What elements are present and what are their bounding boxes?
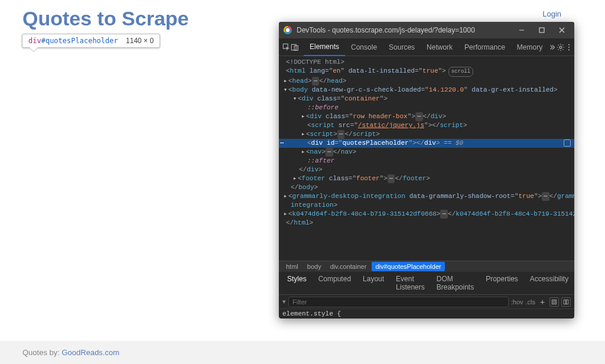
dom-line[interactable]: ▸<grammarly-desktop-integration data-gra… — [279, 192, 574, 210]
hov-toggle[interactable]: :hov — [511, 298, 523, 306]
styles-filter-input[interactable] — [288, 297, 509, 307]
tab-console[interactable]: Console — [345, 39, 383, 56]
tab-elements[interactable]: Elements — [304, 38, 345, 56]
crumb[interactable]: div.container — [327, 262, 370, 271]
expand-arrow-icon[interactable]: ▸ — [300, 112, 306, 121]
collapse-arrow-icon[interactable]: ▾ — [282, 86, 288, 95]
svg-rect-13 — [564, 300, 565, 304]
devtools-toolbar: Elements Console Sources Network Perform… — [279, 38, 574, 56]
dom-line[interactable]: ::before — [279, 103, 574, 112]
toggle-common-rendering-icon[interactable] — [549, 297, 559, 307]
expand-arrow-icon[interactable]: ▸ — [282, 77, 288, 86]
svg-rect-5 — [291, 44, 296, 50]
funnel-icon: ▾ — [282, 298, 286, 306]
crumb[interactable]: body — [304, 262, 325, 271]
inspect-element-icon[interactable] — [282, 40, 291, 54]
collapse-arrow-icon[interactable]: ▾ — [292, 95, 298, 103]
svg-point-9 — [568, 46, 570, 47]
minimize-button[interactable] — [514, 22, 529, 38]
footer-link[interactable]: GoodReads.com — [61, 348, 119, 357]
kebab-menu-icon[interactable] — [565, 40, 573, 54]
svg-point-8 — [568, 44, 570, 45]
crumb[interactable]: html — [282, 262, 302, 271]
tab-performance[interactable]: Performance — [458, 39, 511, 56]
element-style-rule[interactable]: element.style { — [282, 310, 341, 317]
devtools-window: DevTools - quotes.toscrape.com/js-delaye… — [279, 22, 574, 318]
dom-line[interactable]: ::after — [279, 157, 574, 165]
expand-arrow-icon[interactable]: ▸ — [282, 192, 288, 201]
chrome-icon — [284, 26, 292, 34]
svg-point-10 — [568, 49, 570, 50]
dom-line[interactable]: ▸<footer class="footer">⋯</footer> — [279, 174, 574, 183]
tab-sources[interactable]: Sources — [383, 39, 421, 56]
expand-arrow-icon[interactable]: ▸ — [300, 148, 306, 157]
tooltip-dims: 1140 × 0 — [126, 37, 154, 45]
subtab-dom-breakpoints[interactable]: DOM Breakpoints — [431, 272, 480, 294]
device-toolbar-icon[interactable] — [291, 40, 299, 54]
dom-line[interactable]: <html lang="en" data-lt-installed="true"… — [279, 67, 574, 77]
styles-tabs: Styles Computed Layout Event Listeners D… — [279, 272, 574, 295]
dom-line[interactable]: ▸<k0474d64f-b2f8-48c4-b719-315142df0668>… — [279, 210, 574, 219]
svg-rect-11 — [552, 300, 557, 304]
subtab-event-listeners[interactable]: Event Listeners — [390, 272, 431, 294]
page-title: Quotes to Scrape — [22, 7, 189, 30]
svg-rect-14 — [567, 300, 568, 304]
new-style-rule-icon[interactable]: + — [538, 297, 547, 307]
subtab-properties[interactable]: Properties — [480, 272, 524, 294]
dom-line[interactable]: </html> — [279, 219, 574, 228]
crumb-active[interactable]: div#quotesPlaceholder — [372, 262, 444, 271]
subtab-accessibility[interactable]: Accessibility — [524, 272, 574, 294]
tab-network[interactable]: Network — [421, 39, 458, 56]
dom-line[interactable]: ▸<script>⋯</script> — [279, 130, 574, 139]
expand-arrow-icon[interactable]: ▸ — [300, 130, 306, 139]
tooltip-id: #quotesPlaceholder — [41, 37, 118, 45]
dom-line[interactable]: </div> — [279, 165, 574, 174]
inspect-tooltip: div#quotesPlaceholder 1140 × 0 — [22, 34, 160, 48]
dom-breadcrumbs[interactable]: html body div.container div#quotesPlaceh… — [279, 261, 574, 272]
dom-line[interactable]: </body> — [279, 183, 574, 192]
close-button[interactable] — [554, 22, 570, 38]
dom-line[interactable]: ▾<body data-new-gr-c-s-check-loaded="14.… — [279, 86, 574, 95]
login-link[interactable]: Login — [542, 9, 561, 18]
subtab-computed[interactable]: Computed — [313, 272, 357, 294]
subtab-styles[interactable]: Styles — [281, 272, 313, 294]
dom-line[interactable]: ▾<div class="container"> — [279, 95, 574, 103]
styles-pane[interactable]: element.style { — [279, 309, 574, 318]
devtools-titlebar[interactable]: DevTools - quotes.toscrape.com/js-delaye… — [279, 22, 574, 38]
page-footer: Quotes by: GoodReads.com — [0, 341, 605, 364]
dom-line-selected[interactable]: <div id="quotesPlaceholder"></div> == $0 — [279, 139, 574, 148]
devtools-title: DevTools - quotes.toscrape.com/js-delaye… — [297, 26, 509, 34]
svg-rect-1 — [539, 28, 544, 32]
svg-rect-12 — [553, 301, 555, 303]
dom-line[interactable]: <script src="/static/jquery.js"></script… — [279, 121, 574, 130]
dom-tree[interactable]: <!DOCTYPE html> <html lang="en" data-lt-… — [279, 56, 574, 261]
cls-toggle[interactable]: .cls — [526, 298, 536, 306]
footer-prefix: Quotes by: — [22, 348, 61, 357]
dom-line[interactable]: ▸<nav>⋯</nav> — [279, 148, 574, 157]
svg-point-7 — [560, 46, 562, 48]
scroll-into-view-icon[interactable] — [564, 139, 571, 147]
tab-memory[interactable]: Memory — [511, 39, 548, 56]
expand-arrow-icon[interactable]: ▸ — [292, 174, 298, 183]
dom-line[interactable]: ▸<div class="row header-box">⋯</div> — [279, 112, 574, 121]
dom-line[interactable]: ▸<head>⋯</head> — [279, 77, 574, 86]
subtab-layout[interactable]: Layout — [357, 272, 390, 294]
computed-sidebar-icon[interactable] — [561, 297, 571, 307]
settings-icon[interactable] — [557, 40, 565, 54]
tooltip-tag: div — [28, 37, 41, 45]
maximize-button[interactable] — [534, 22, 549, 38]
expand-arrow-icon[interactable]: ▸ — [282, 210, 288, 219]
more-tabs-icon[interactable] — [548, 40, 557, 54]
styles-filter-bar: ▾ :hov .cls + — [279, 295, 574, 309]
dom-line[interactable]: <!DOCTYPE html> — [279, 58, 574, 67]
